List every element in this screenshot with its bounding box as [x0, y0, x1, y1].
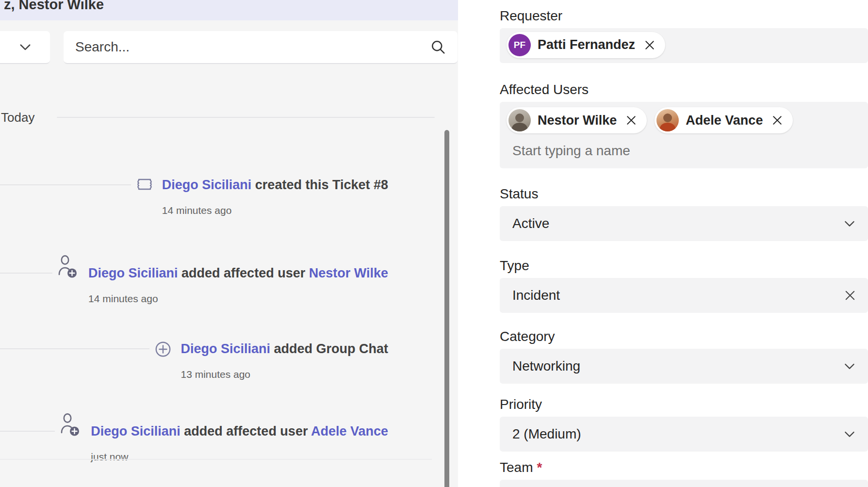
- team-dropdown[interactable]: [500, 480, 868, 487]
- ticket-title: z, Nestor Wilke: [4, 0, 458, 13]
- requester-chip: PF Patti Fernandez: [507, 32, 665, 58]
- timeline-connector-line: [0, 273, 52, 274]
- event-action: added affected user: [180, 424, 311, 438]
- person-add-icon: [60, 411, 82, 438]
- priority-dropdown[interactable]: 2 (Medium): [500, 417, 868, 452]
- chevron-down-icon: [17, 39, 33, 55]
- clear-type-button[interactable]: [843, 288, 857, 303]
- required-asterisk: *: [537, 460, 542, 475]
- event-timestamp: 14 minutes ago: [162, 204, 388, 217]
- requester-section: Requester PF Patti Fernandez: [500, 8, 868, 63]
- category-label: Category: [500, 328, 868, 345]
- timeline-filter-button[interactable]: [0, 31, 50, 64]
- type-label: Type: [500, 258, 868, 274]
- day-separator-line: [57, 117, 435, 118]
- chevron-down-icon[interactable]: [842, 216, 857, 231]
- priority-label: Priority: [500, 396, 868, 413]
- priority-value: 2 (Medium): [512, 426, 581, 442]
- priority-section: Priority 2 (Medium): [500, 396, 868, 452]
- type-section: Type Incident: [500, 258, 868, 313]
- chip-name: Nestor Wilke: [538, 113, 617, 128]
- actor-link[interactable]: Diego Siciliani: [91, 424, 180, 438]
- nestor-wilke-avatar: [508, 109, 531, 131]
- chip-name: Patti Fernandez: [538, 37, 635, 52]
- patti-fernandez-avatar: PF: [508, 34, 531, 56]
- event-timestamp: 14 minutes ago: [88, 292, 388, 306]
- remove-affected-user-button[interactable]: [623, 113, 639, 128]
- affected-user-chip: Nestor Wilke: [507, 107, 647, 133]
- chevron-down-icon[interactable]: [842, 426, 857, 442]
- type-value: Incident: [512, 288, 560, 303]
- tickets-app: z, Nestor Wilke Today: [0, 0, 868, 487]
- event-content: Diego Siciliani created this Ticket #8 1…: [162, 177, 388, 217]
- requester-label: Requester: [500, 8, 868, 24]
- actor-link[interactable]: Diego Siciliani: [180, 341, 270, 356]
- requester-field[interactable]: PF Patti Fernandez: [500, 28, 868, 63]
- team-section: Team*: [500, 459, 868, 487]
- adele-vance-avatar: [656, 109, 679, 131]
- chip-name: Adele Vance: [686, 113, 763, 128]
- affected-users-field[interactable]: Nestor Wilke Adele Vance: [500, 102, 868, 168]
- timeline-bottom-divider: [0, 459, 432, 460]
- person-add-icon: [57, 253, 80, 279]
- event-action: added Group Chat: [270, 341, 388, 356]
- ticket-icon: [136, 177, 153, 192]
- affected-users-input[interactable]: [512, 141, 852, 161]
- category-dropdown[interactable]: Networking: [500, 349, 868, 384]
- ticket-title-bar: z, Nestor Wilke: [0, 0, 458, 20]
- target-user-link[interactable]: Adele Vance: [311, 424, 388, 438]
- chevron-down-icon[interactable]: [842, 358, 857, 374]
- timeline-event-ticket-created: Diego Siciliani created this Ticket #8 1…: [0, 177, 388, 217]
- timeline-search[interactable]: [64, 31, 458, 64]
- timeline-event-affected-user-added: Diego Siciliani added affected user Adel…: [0, 423, 388, 464]
- status-value: Active: [512, 216, 549, 231]
- search-input[interactable]: [75, 39, 429, 55]
- event-text: Diego Siciliani added affected user Nest…: [88, 265, 388, 281]
- timeline-connector-line: [0, 348, 149, 349]
- magnifier-icon[interactable]: [429, 38, 447, 56]
- status-label: Status: [500, 186, 868, 202]
- affected-users-chips: Nestor Wilke Adele Vance: [507, 107, 861, 133]
- day-label: Today: [0, 110, 34, 125]
- affected-users-label: Affected Users: [500, 81, 868, 98]
- actor-link[interactable]: Diego Siciliani: [88, 266, 178, 280]
- ticket-details-panel: Requester PF Patti Fernandez Affected Us…: [458, 0, 868, 487]
- event-content: Diego Siciliani added affected user Adel…: [91, 423, 388, 464]
- event-timestamp: just now: [91, 450, 388, 464]
- event-text: Diego Siciliani added Group Chat: [180, 341, 388, 357]
- timeline-connector-line: [0, 431, 55, 432]
- team-label-text: Team: [500, 460, 533, 475]
- timeline-connector-line: [0, 184, 131, 185]
- affected-users-section: Affected Users Nestor Wilke: [500, 81, 868, 168]
- team-label: Team*: [500, 459, 868, 476]
- event-timestamp: 13 minutes ago: [180, 368, 388, 381]
- type-field[interactable]: Incident: [500, 278, 868, 313]
- timeline-event-group-chat-added: Diego Siciliani added Group Chat 13 minu…: [0, 341, 388, 381]
- actor-link[interactable]: Diego Siciliani: [162, 178, 252, 192]
- event-text: Diego Siciliani added affected user Adel…: [91, 423, 388, 439]
- timeline-scrollbar[interactable]: [444, 130, 449, 487]
- event-action: added affected user: [178, 266, 309, 280]
- event-action: created this Ticket #8: [251, 178, 388, 192]
- remove-affected-user-button[interactable]: [770, 113, 785, 128]
- status-dropdown[interactable]: Active: [500, 206, 868, 241]
- event-content: Diego Siciliani added Group Chat 13 minu…: [180, 341, 388, 381]
- remove-requester-button[interactable]: [642, 37, 657, 53]
- status-section: Status Active: [500, 186, 868, 241]
- timeline-panel: z, Nestor Wilke Today: [0, 0, 458, 487]
- circle-plus-icon: [154, 341, 172, 358]
- event-content: Diego Siciliani added affected user Nest…: [88, 265, 388, 306]
- category-section: Category Networking: [500, 328, 868, 384]
- event-text: Diego Siciliani created this Ticket #8: [162, 177, 388, 193]
- affected-user-chip: Adele Vance: [655, 107, 793, 133]
- timeline-event-affected-user-added: Diego Siciliani added affected user Nest…: [0, 265, 388, 306]
- timeline-day-separator: Today: [0, 109, 435, 126]
- category-value: Networking: [512, 358, 580, 374]
- target-user-link[interactable]: Nestor Wilke: [309, 266, 388, 280]
